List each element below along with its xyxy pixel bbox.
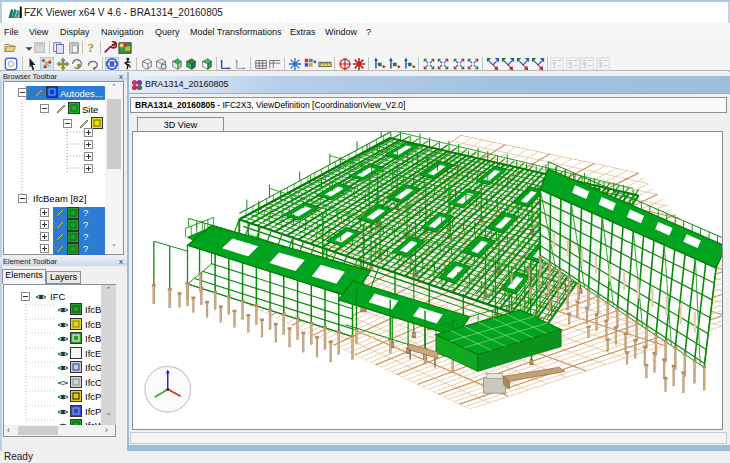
svg-text:1: 1 — [553, 62, 557, 69]
svg-text:?: ? — [88, 41, 94, 55]
svg-text:4: 4 — [599, 62, 603, 69]
svg-text:2: 2 — [569, 62, 573, 69]
svg-text:3: 3 — [583, 62, 587, 69]
